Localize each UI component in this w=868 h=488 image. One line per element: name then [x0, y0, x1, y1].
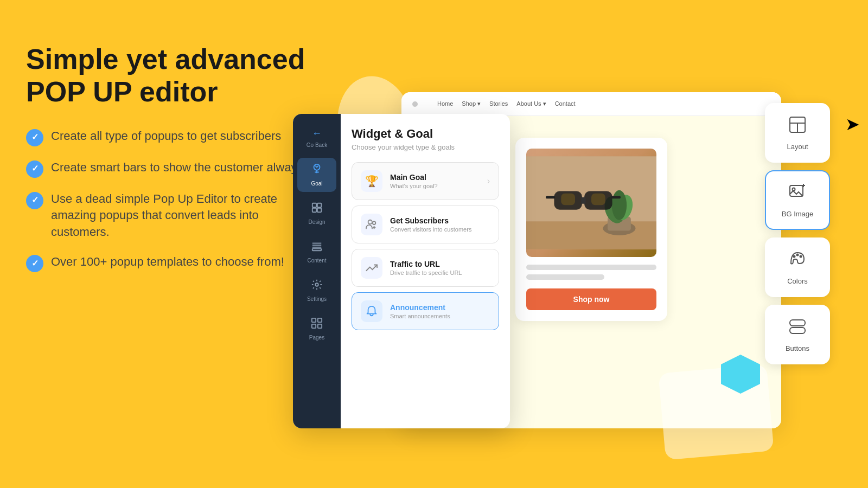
svg-point-39: [800, 256, 802, 258]
svg-rect-16: [317, 203, 321, 207]
shop-now-button[interactable]: Shop now: [526, 288, 656, 310]
hero-title: Simple yet advanced POP UP editor: [26, 43, 308, 108]
feature-item-3: Use a dead simple Pop Up Editor to creat…: [26, 191, 308, 241]
panel-card-bg-image[interactable]: BG Image ➤: [765, 170, 830, 230]
decorative-hexagon: [719, 352, 762, 396]
sidebar-item-goal[interactable]: Goal: [297, 158, 336, 192]
check-icon-3: [26, 192, 43, 209]
sidebar-pages-label: Pages: [309, 335, 324, 341]
nav-contact: Contact: [555, 100, 576, 107]
sidebar-settings-label: Settings: [307, 296, 327, 302]
sidebar-item-settings[interactable]: Settings: [297, 273, 336, 307]
svg-rect-1: [526, 221, 656, 249]
goal-option-traffic[interactable]: Traffic to URL Drive traffic to specific…: [352, 249, 499, 287]
svg-rect-41: [790, 328, 805, 333]
editor-main-content: Widget & Goal Choose your widget type & …: [341, 114, 510, 428]
go-back-button[interactable]: ← Go Back: [297, 123, 336, 153]
goal-desc-announcement: Smart announcements: [390, 313, 490, 319]
goal-option-main[interactable]: 🏆 Main Goal What's your goal? ›: [352, 162, 499, 200]
goal-option-announcement[interactable]: Announcement Smart announcements: [352, 292, 499, 330]
product-line-short: [526, 274, 604, 280]
website-nav: Home Shop ▾ Stories About Us ▾ Contact: [401, 92, 781, 116]
colors-label: Colors: [787, 277, 808, 285]
svg-rect-22: [312, 249, 322, 251]
svg-point-38: [797, 254, 799, 256]
nav-stories: Stories: [489, 100, 508, 107]
sidebar-goal-label: Goal: [311, 181, 322, 187]
goal-desc-subscribers: Convert visitors into customers: [390, 226, 490, 233]
popup-editor: ← Go Back Goal: [293, 114, 510, 428]
editor-title: Widget & Goal: [352, 127, 499, 141]
panel-card-colors[interactable]: Colors: [765, 237, 830, 297]
sidebar-item-design[interactable]: Design: [297, 196, 336, 230]
hero-section: Simple yet advanced POP UP editor Create…: [26, 43, 308, 272]
pages-icon: [311, 317, 323, 332]
svg-rect-26: [312, 324, 316, 328]
svg-rect-17: [312, 208, 316, 212]
feature-item-2: Create smart bars to show the customer a…: [26, 159, 308, 178]
svg-rect-10: [546, 196, 555, 198]
svg-rect-11: [611, 196, 621, 198]
goal-icon-announcement: [361, 300, 382, 322]
goal-title-main: Main Goal: [390, 173, 480, 182]
feature-list: Create all type of popups to get subscri…: [26, 128, 308, 272]
svg-rect-13: [591, 194, 605, 205]
panel-card-buttons[interactable]: Buttons: [765, 305, 830, 364]
goal-desc-main: What's your goal?: [390, 183, 480, 189]
svg-rect-24: [312, 318, 316, 322]
sidebar-content-label: Content: [307, 258, 326, 264]
svg-rect-12: [561, 194, 575, 205]
settings-icon: [311, 279, 323, 293]
goal-title-announcement: Announcement: [390, 303, 490, 312]
goal-icon-traffic: [361, 257, 382, 279]
buttons-icon: [788, 317, 807, 340]
goal-icon-main: 🏆: [361, 170, 382, 192]
svg-point-29: [373, 222, 376, 225]
svg-point-34: [793, 188, 795, 191]
colors-icon: [788, 249, 807, 273]
chevron-icon-main: ›: [487, 176, 490, 186]
layout-icon: [788, 115, 807, 138]
goal-option-subscribers[interactable]: Get Subscribers Convert visitors into cu…: [352, 206, 499, 243]
svg-rect-18: [317, 208, 321, 212]
svg-marker-42: [721, 355, 760, 394]
product-card: Shop now: [515, 138, 667, 321]
product-line-long: [526, 265, 656, 270]
goal-icon-subscribers: [361, 214, 382, 235]
layout-label: Layout: [787, 143, 808, 151]
feature-item-1: Create all type of popups to get subscri…: [26, 128, 308, 146]
nav-about: About Us ▾: [516, 100, 546, 107]
design-icon: [311, 202, 323, 216]
right-panel: Layout BG Image ➤: [765, 103, 830, 364]
goal-title-subscribers: Get Subscribers: [390, 216, 490, 225]
buttons-label: Buttons: [786, 344, 809, 352]
svg-point-23: [315, 283, 318, 286]
svg-point-6: [612, 190, 627, 220]
feature-item-4: Over 100+ popup templates to choose from…: [26, 254, 308, 272]
check-icon-1: [26, 129, 43, 146]
product-lines: [526, 265, 656, 280]
bg-image-icon: [788, 182, 807, 206]
svg-point-28: [368, 220, 372, 224]
nav-shop: Shop ▾: [462, 100, 481, 107]
check-icon-4: [26, 255, 43, 272]
goal-icon: [311, 163, 323, 178]
sidebar-item-content[interactable]: Content: [297, 235, 336, 269]
nav-dot: [412, 101, 418, 107]
sidebar-item-pages[interactable]: Pages: [297, 312, 336, 346]
nav-home: Home: [437, 100, 453, 107]
content-icon: [311, 240, 323, 255]
nav-links: Home Shop ▾ Stories About Us ▾ Contact: [437, 100, 576, 107]
editor-subtitle: Choose your widget type & goals: [352, 143, 499, 151]
goal-title-traffic: Traffic to URL: [390, 260, 490, 268]
svg-rect-27: [318, 324, 322, 328]
svg-rect-25: [318, 318, 322, 322]
product-image: [526, 149, 656, 257]
bg-image-label: BG Image: [782, 210, 814, 218]
svg-rect-9: [581, 197, 586, 204]
product-illustration: [526, 149, 656, 257]
goal-desc-traffic: Drive traffic to specific URL: [390, 269, 490, 276]
svg-rect-15: [312, 203, 316, 207]
panel-card-layout[interactable]: Layout: [765, 103, 830, 163]
editor-sidebar: ← Go Back Goal: [293, 114, 341, 428]
